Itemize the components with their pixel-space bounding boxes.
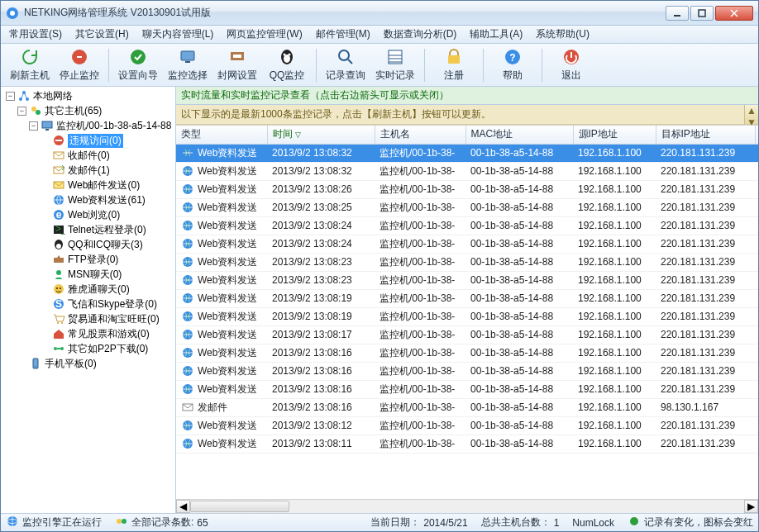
menu-item-2[interactable]: 聊天内容管理(L): [137, 26, 219, 43]
toolbar-setup-wizard[interactable]: 设置向导: [114, 45, 162, 85]
menu-item-3[interactable]: 网页监控管理(W): [222, 26, 307, 43]
toolbar-realtime-record[interactable]: 实时记录: [371, 45, 419, 85]
tree-label: 手机平板(0): [45, 357, 97, 371]
cell: 2013/9/2 13:08:32: [267, 144, 375, 162]
tree-item-10[interactable]: 雅虎通聊天(0): [39, 282, 174, 297]
cell: 220.181.131.239: [656, 144, 755, 162]
tree-root[interactable]: −本地网络: [4, 88, 174, 103]
scroll-right[interactable]: ▶: [744, 500, 758, 513]
svg-point-40: [56, 244, 61, 249]
tree-item-8[interactable]: FTP登录(0): [39, 252, 174, 267]
tree-group[interactable]: −其它主机(65): [16, 103, 174, 118]
tree-item-4[interactable]: Web资料发送(61): [39, 192, 174, 207]
web-icon: [181, 164, 194, 178]
tree-item-1[interactable]: 收邮件(0): [39, 148, 174, 163]
col-header-0[interactable]: 类型: [176, 126, 267, 144]
menu-item-7[interactable]: 系统帮助(U): [531, 26, 594, 43]
toolbar-exit[interactable]: 退出: [547, 45, 595, 85]
menu-item-6[interactable]: 辅助工具(A): [465, 26, 527, 43]
col-header-3[interactable]: MAC地址: [465, 126, 573, 144]
h-scrollbar[interactable]: ◀ ▶: [176, 499, 758, 513]
scroll-left[interactable]: ◀: [176, 500, 190, 513]
table-row[interactable]: Web资料发送2013/9/2 13:08:17监控机/00-1b-38-00-…: [176, 325, 758, 344]
table-row[interactable]: Web资料发送2013/9/2 13:08:24监控机/00-1b-38-00-…: [176, 216, 758, 235]
table-row[interactable]: Web资料发送2013/9/2 13:08:16监控机/00-1b-38-00-…: [176, 380, 758, 398]
table-row[interactable]: Web资料发送2013/9/2 13:08:12监控机/00-1b-38-00-…: [176, 416, 758, 435]
tree-item-9[interactable]: MSN聊天(0): [39, 267, 174, 282]
cell: Web资料发送: [176, 162, 267, 180]
table-row[interactable]: Web资料发送2013/9/2 13:08:16监控机/00-1b-38-00-…: [176, 362, 758, 380]
svg-rect-28: [45, 129, 49, 131]
cell: 监控机/00-1b-38-: [375, 325, 465, 344]
svg-point-75: [630, 517, 638, 525]
menu-item-5[interactable]: 数据查询分析(D): [379, 26, 462, 43]
scroll-track[interactable]: [190, 500, 744, 513]
table-row[interactable]: Web资料发送2013/9/2 13:08:19监控机/00-1b-38-00-…: [176, 307, 758, 325]
col-header-6[interactable]: 标题: [755, 126, 758, 144]
p2p-icon: [52, 342, 65, 355]
tree-host[interactable]: −监控机/00-1b-38-a5-14-88: [27, 118, 174, 133]
close-button[interactable]: [715, 6, 753, 21]
menu-item-0[interactable]: 常用设置(S): [4, 26, 67, 43]
cell: 监控机/00-1b-38-: [375, 271, 465, 289]
minimize-button[interactable]: [666, 6, 689, 21]
svg-rect-27: [42, 121, 52, 128]
table-row[interactable]: Web资料发送2013/9/2 13:08:32监控机/00-1b-38-00-…: [176, 144, 758, 162]
col-header-4[interactable]: 源IP地址: [573, 126, 656, 144]
table-row[interactable]: Web资料发送2013/9/2 13:08:24监控机/00-1b-38-00-…: [176, 235, 758, 253]
cell: 2013/9/2 13:08:11: [267, 435, 375, 453]
tree-item-6[interactable]: >_Telnet远程登录(0): [39, 222, 174, 237]
col-header-2[interactable]: 主机名: [375, 126, 465, 144]
tree-item-12[interactable]: 贸易通和淘宝旺旺(0): [39, 311, 174, 326]
cell: 向网站: [755, 216, 758, 235]
cell: 00-1b-38-a5-14-88: [465, 198, 573, 216]
toolbar-help[interactable]: ?帮助: [489, 45, 537, 85]
scroll-thumb[interactable]: [190, 501, 289, 512]
hint-scroll[interactable]: ▲▼: [744, 105, 758, 124]
record-table-wrap[interactable]: 类型时间 ▽主机名MAC地址源IP地址目标IP地址标题 Web资料发送2013/…: [176, 125, 758, 499]
cell: 2013/9/2 13:08:16: [267, 398, 375, 416]
tree-item-2[interactable]: 发邮件(1): [39, 163, 174, 178]
tree-item-3[interactable]: Web邮件发送(0): [39, 178, 174, 192]
toolbar-record-query[interactable]: 记录查询: [322, 45, 370, 85]
expander-icon[interactable]: −: [6, 92, 15, 101]
toolbar-register[interactable]: 注册: [430, 45, 478, 85]
tree-item-5[interactable]: eWeb浏览(0): [39, 207, 174, 222]
tree-item-0[interactable]: 违规访问(0): [39, 133, 174, 148]
cell: 98.130.1.167: [656, 398, 755, 416]
table-row[interactable]: Web资料发送2013/9/2 13:08:23监控机/00-1b-38-00-…: [176, 253, 758, 271]
tree-item-14[interactable]: 其它如P2P下载(0): [39, 341, 174, 356]
tree-mobile[interactable]: 手机平板(0): [16, 356, 174, 371]
col-header-1[interactable]: 时间 ▽: [267, 126, 375, 144]
tree-label: 本地网络: [33, 89, 73, 103]
cell: 192.168.1.100: [573, 235, 656, 253]
table-row[interactable]: Web资料发送2013/9/2 13:08:32监控机/00-1b-38-00-…: [176, 162, 758, 180]
toolbar-monitor-select[interactable]: 监控选择: [164, 45, 212, 85]
tree-item-13[interactable]: 常见股票和游戏(0): [39, 326, 174, 341]
table-row[interactable]: Web资料发送2013/9/2 13:08:16监控机/00-1b-38-00-…: [176, 344, 758, 362]
toolbar-label: 封网设置: [217, 69, 257, 83]
expander-icon[interactable]: −: [29, 121, 38, 131]
toolbar-refresh-hosts[interactable]: 刷新主机: [6, 45, 54, 85]
table-row[interactable]: Web资料发送2013/9/2 13:08:11监控机/00-1b-38-00-…: [176, 435, 758, 453]
expander-icon[interactable]: −: [17, 107, 26, 116]
table-row[interactable]: 发邮件2013/9/2 13:08:16监控机/00-1b-38-00-1b-3…: [176, 398, 758, 416]
web-icon: [181, 364, 194, 378]
tree-item-7[interactable]: QQ和ICQ聊天(3): [39, 237, 174, 252]
menu-item-1[interactable]: 其它设置(H): [70, 26, 134, 43]
col-header-5[interactable]: 目标IP地址: [656, 126, 755, 144]
cell: 220.181.131.239: [656, 271, 755, 289]
table-row[interactable]: Web资料发送2013/9/2 13:08:23监控机/00-1b-38-00-…: [176, 271, 758, 289]
toolbar-block-net[interactable]: 封网设置: [213, 45, 261, 85]
tree-item-11[interactable]: S飞信和Skype登录(0): [39, 297, 174, 311]
table-row[interactable]: Web资料发送2013/9/2 13:08:26监控机/00-1b-38-00-…: [176, 180, 758, 198]
toolbar-stop-monitor[interactable]: 停止监控: [55, 45, 103, 85]
table-row[interactable]: Web资料发送2013/9/2 13:08:25监控机/00-1b-38-00-…: [176, 198, 758, 216]
toolbar-qq-monitor[interactable]: QQ监控: [263, 45, 311, 85]
table-row[interactable]: Web资料发送2013/9/2 13:08:19监控机/00-1b-38-00-…: [176, 289, 758, 307]
cell: 220.181.131.239: [656, 380, 755, 398]
maximize-button[interactable]: [690, 6, 714, 21]
menu-item-4[interactable]: 邮件管理(M): [311, 26, 375, 43]
realtime-info-bar[interactable]: 实时流量和实时监控记录查看（点击右边箭头可显示或关闭）: [176, 87, 758, 105]
sidebar-tree[interactable]: −本地网络−其它主机(65)−监控机/00-1b-38-a5-14-88违规访问…: [1, 87, 176, 513]
